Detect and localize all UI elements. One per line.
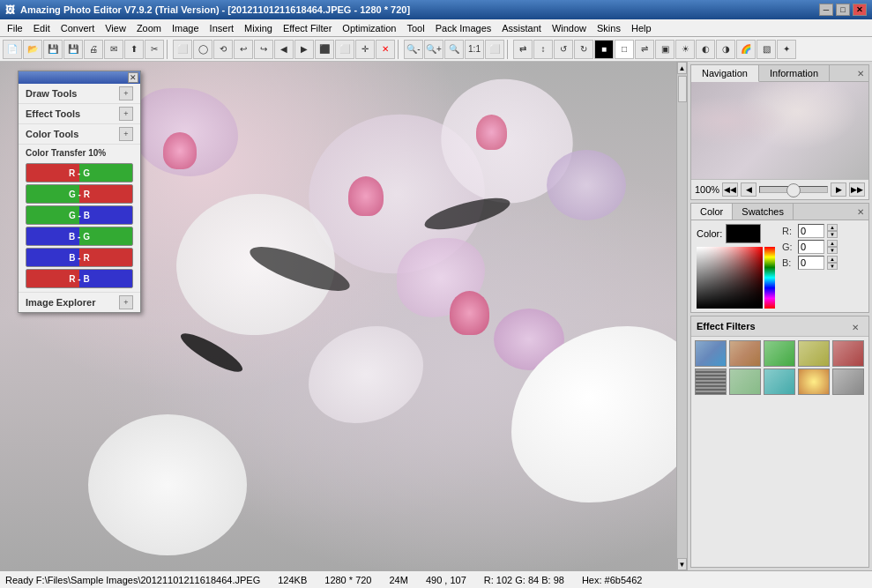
tb-saturation[interactable]: 🌈 [736,40,756,59]
close-button[interactable]: ✕ [853,4,867,16]
color-tools-group[interactable]: Color Tools + [19,124,140,145]
scroll-track[interactable] [677,74,687,558]
nav-panel-close[interactable]: ✕ [854,67,867,79]
filter-thumb-5[interactable] [832,340,864,367]
tb-new[interactable]: 📄 [3,40,22,59]
tb-zoom-window[interactable]: ⬜ [485,40,504,59]
menu-zoom[interactable]: Zoom [131,21,167,35]
color-swatch[interactable] [726,224,761,243]
g-down-arrow[interactable]: ▼ [827,247,838,254]
tab-swatches[interactable]: Swatches [733,204,794,220]
tb-lasso[interactable]: ⟲ [213,40,233,59]
tb-open[interactable]: 📂 [23,40,42,59]
canvas-area[interactable]: ✕ Draw Tools + Effect Tools + Color Tool… [0,62,676,570]
menu-pack-images[interactable]: Pack Images [430,21,497,35]
filter-thumb-4[interactable] [798,340,830,367]
tb-swap[interactable]: ⇌ [635,40,654,59]
color-btn-gb[interactable]: G - B [26,205,133,225]
b-input[interactable] [798,256,824,270]
tb-flip-v[interactable]: ↕ [533,40,553,59]
zoom-reset-btn[interactable]: ◀◀ [722,182,738,197]
filter-thumb-1[interactable] [695,340,727,367]
menu-tool[interactable]: Tool [401,21,429,35]
tab-navigation[interactable]: Navigation [691,65,759,82]
tb-zoom-in[interactable]: 🔍+ [424,40,443,59]
menu-window[interactable]: Window [547,21,592,35]
tab-information[interactable]: Information [759,65,830,81]
color-panel-close[interactable]: ✕ [854,205,867,218]
tb-grayscale[interactable]: ▧ [756,40,776,59]
tb-color1[interactable]: ■ [594,40,614,59]
scroll-up-arrow[interactable]: ▲ [677,62,687,74]
filter-thumb-8[interactable] [764,368,795,395]
zoom-handle[interactable] [786,183,801,197]
vertical-scrollbar[interactable]: ▲ ▼ [676,62,687,570]
menu-edit[interactable]: Edit [28,21,56,35]
tb-frame[interactable]: ▣ [655,40,674,59]
image-explorer-expand[interactable]: + [119,295,133,309]
tb-zoom-fit[interactable]: 🔍 [444,40,464,59]
tab-color[interactable]: Color [691,204,733,220]
b-up-arrow[interactable]: ▲ [827,256,838,263]
menu-optimization[interactable]: Optimization [337,21,401,35]
menu-view[interactable]: View [100,21,131,35]
tb-rotate-r[interactable]: ↻ [574,40,593,59]
filter-thumb-10[interactable] [832,368,864,395]
zoom-prev-btn[interactable]: ◀ [741,182,756,197]
effect-tools-expand[interactable]: + [119,107,133,121]
color-btn-br[interactable]: B - R [26,248,133,267]
color-tools-expand[interactable]: + [119,127,133,141]
tools-panel-close-button[interactable]: ✕ [128,72,138,83]
filter-thumb-7[interactable] [729,368,761,395]
menu-convert[interactable]: Convert [56,21,101,35]
tb-cut[interactable]: ✂ [145,40,164,59]
effect-tools-group[interactable]: Effect Tools + [19,104,140,124]
color-btn-bg[interactable]: B - G [26,227,133,246]
color-btn-rb[interactable]: R - B [26,269,133,288]
draw-tools-expand[interactable]: + [119,86,133,100]
filter-thumb-9[interactable] [798,368,830,395]
filter-thumb-6[interactable] [695,368,727,395]
menu-file[interactable]: File [2,21,28,35]
image-explorer-group[interactable]: Image Explorer + [19,292,140,312]
effect-filters-close[interactable]: ✕ [849,321,861,333]
menu-effect-filter[interactable]: Effect Filter [278,21,337,35]
color-btn-rg[interactable]: R - G [26,163,133,182]
maximize-button[interactable]: □ [836,4,850,16]
tb-delete[interactable]: ✕ [376,40,395,59]
tb-ellipse[interactable]: ◯ [193,40,212,59]
tb-print[interactable]: 🖨 [84,40,103,59]
tb-contrast[interactable]: ◑ [716,40,735,59]
g-up-arrow[interactable]: ▲ [827,240,838,247]
filter-thumb-3[interactable] [764,340,795,367]
tb-sel-none[interactable]: ⬜ [335,40,354,59]
tb-forward[interactable]: ▶ [294,40,314,59]
g-input[interactable] [798,240,824,254]
menu-assistant[interactable]: Assistant [496,21,547,35]
tb-flip-h[interactable]: ⇄ [513,40,533,59]
tb-color2[interactable]: □ [615,40,634,59]
color-spectrum-bar[interactable] [764,247,775,309]
zoom-end-btn[interactable]: ▶▶ [849,182,865,197]
r-input[interactable] [798,224,824,238]
tb-redo[interactable]: ↪ [254,40,273,59]
tb-export[interactable]: ⬆ [124,40,144,59]
minimize-button[interactable]: ─ [819,4,833,16]
b-down-arrow[interactable]: ▼ [827,263,838,270]
filter-thumb-2[interactable] [729,340,761,367]
r-up-arrow[interactable]: ▲ [827,224,838,231]
tb-zoom-out[interactable]: 🔍- [404,40,423,59]
scroll-down-arrow[interactable]: ▼ [677,558,687,570]
tb-bright[interactable]: ☀ [675,40,695,59]
tb-save[interactable]: 💾 [43,40,63,59]
menu-image[interactable]: Image [167,21,205,35]
tb-move[interactable]: ✛ [355,40,375,59]
zoom-slider[interactable] [759,186,828,193]
tb-zoom-1[interactable]: 1:1 [465,40,484,59]
tb-sharpen[interactable]: ✦ [777,40,796,59]
menu-help[interactable]: Help [626,21,657,35]
zoom-next-btn[interactable]: ▶ [831,182,846,197]
tb-rotate-l[interactable]: ↺ [554,40,573,59]
tb-undo[interactable]: ↩ [234,40,253,59]
menu-mixing[interactable]: Mixing [239,21,278,35]
